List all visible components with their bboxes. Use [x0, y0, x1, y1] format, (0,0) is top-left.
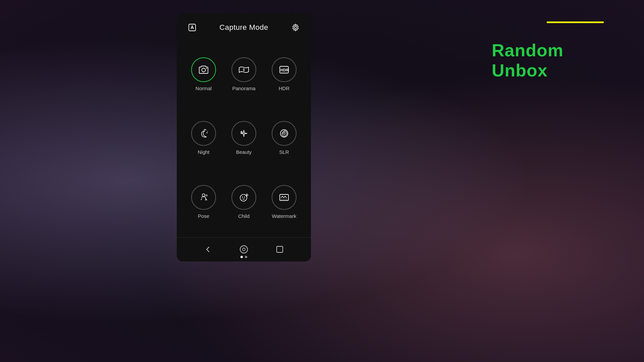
phone-frame: Capture Mode Normal [177, 13, 311, 261]
beauty-icon-circle [231, 121, 256, 146]
recents-icon [276, 245, 284, 253]
beauty-icon [238, 127, 250, 139]
mode-pose[interactable]: Pose [188, 182, 219, 222]
pose-icon [198, 191, 210, 203]
svg-point-12 [240, 194, 247, 201]
home-icon [239, 245, 248, 254]
mode-beauty[interactable]: Beauty [228, 118, 260, 158]
watermark-icon-circle [272, 185, 297, 210]
mode-panorama[interactable]: Panorama [228, 54, 260, 95]
back-icon [204, 245, 212, 253]
brand-text: Random Unbox [492, 40, 564, 80]
edit-button[interactable] [186, 21, 198, 34]
svg-point-8 [207, 131, 208, 132]
svg-point-7 [205, 129, 205, 130]
mode-slr[interactable]: SLR [268, 118, 300, 158]
svg-point-3 [206, 68, 207, 69]
svg-point-6 [207, 132, 208, 133]
back-button[interactable] [203, 244, 213, 255]
panorama-icon-circle [231, 57, 256, 82]
child-label: Child [238, 213, 250, 219]
dot-inactive [245, 256, 247, 258]
dot-active [240, 256, 243, 258]
mode-hdr[interactable]: HDR HDR [268, 54, 300, 95]
watermark-icon [278, 191, 290, 203]
watermark-label: Watermark [272, 213, 297, 219]
mode-grid: Normal Panorama HDR HDR [177, 39, 311, 237]
svg-point-16 [240, 246, 248, 253]
home-button[interactable] [238, 244, 249, 255]
child-icon [238, 191, 250, 203]
slr-icon-circle [272, 121, 297, 146]
panorama-label: Panorama [232, 85, 255, 91]
mode-normal[interactable]: Normal [188, 54, 219, 95]
hdr-icon: HDR [278, 64, 290, 76]
pose-icon-circle [191, 185, 216, 210]
svg-point-13 [242, 197, 243, 198]
page-dots [240, 256, 247, 258]
hdr-label: HDR [279, 85, 290, 91]
mode-night[interactable]: Night [188, 118, 219, 158]
svg-point-17 [243, 248, 245, 251]
panorama-icon [238, 64, 250, 76]
beauty-label: Beauty [236, 149, 252, 155]
navigation-bar [177, 237, 311, 261]
slr-label: SLR [279, 149, 289, 155]
svg-rect-18 [277, 246, 283, 252]
night-label: Night [198, 149, 209, 155]
night-icon-circle [191, 121, 216, 146]
brand-container: Random Unbox [547, 20, 604, 23]
settings-button[interactable] [289, 21, 302, 34]
slr-icon [278, 127, 290, 139]
recents-button[interactable] [274, 244, 285, 255]
page-title: Capture Mode [219, 23, 268, 32]
brand-underline [547, 21, 604, 23]
hdr-icon-circle: HDR [272, 57, 297, 82]
pose-label: Pose [198, 213, 209, 219]
svg-point-14 [244, 197, 245, 198]
child-icon-circle [231, 185, 256, 210]
mode-child[interactable]: Child [228, 182, 260, 222]
settings-icon [291, 23, 300, 32]
brand-unbox: Unbox [492, 61, 548, 80]
camera-icon [198, 64, 210, 76]
svg-point-10 [283, 132, 285, 134]
normal-label: Normal [196, 85, 212, 91]
edit-icon [188, 23, 197, 32]
capture-mode-header: Capture Mode [177, 13, 311, 39]
brand-random: Random [492, 41, 564, 60]
svg-point-2 [202, 68, 206, 72]
normal-icon-circle [191, 57, 216, 82]
night-icon [198, 127, 210, 139]
svg-point-11 [202, 194, 205, 196]
mode-watermark[interactable]: Watermark [268, 182, 300, 222]
svg-text:HDR: HDR [280, 68, 288, 72]
svg-point-1 [294, 26, 297, 29]
